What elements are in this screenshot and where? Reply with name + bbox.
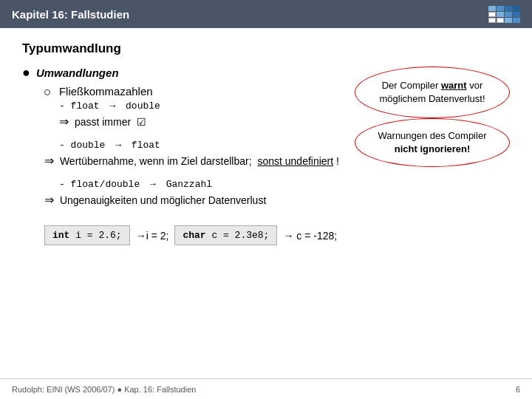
footer: Rudolph: EINI (WS 2006/07) ● Kap. 16: Fa… — [0, 378, 532, 399]
codebox-int: int i = 2.6; — [44, 225, 130, 245]
arrow1: → — [109, 100, 115, 112]
impl-text2a: Wertübernahme, wenn im Ziel darstellbar; — [60, 155, 252, 167]
arrow3: → — [150, 179, 156, 190]
code-float: - float — [59, 100, 100, 112]
arrow2: → — [115, 140, 121, 151]
impl-text3: Ungenauigkeiten und möglicher Datenverlu… — [60, 194, 266, 206]
callout1-text1b: warnt — [441, 80, 467, 91]
impl-ungenauigkeiten: ⇒ Ungenauigkeiten und möglicher Datenver… — [44, 193, 510, 207]
impl-arrow1: ⇒ — [59, 115, 69, 128]
code-float2: float — [132, 140, 160, 151]
impl-arrow2: ⇒ — [44, 154, 54, 167]
impl-text1: passt immer — [75, 116, 131, 128]
code-boxes-row: int i = 2.6; →i = 2; char c = 2.3e8; → c… — [44, 225, 510, 245]
code-double2: - double — [59, 140, 105, 151]
header: Kapitel 16: Fallstudien — [0, 0, 532, 28]
sub-circle-icon — [44, 89, 50, 95]
impl-text2b: sonst undefiniert — [257, 155, 333, 167]
callout2-line1: Warnungen des Compiler — [378, 130, 487, 141]
header-logo — [488, 6, 520, 23]
callout2-line2: nicht ignorieren! — [395, 143, 471, 154]
codebox-arrow2: → c = -128; — [283, 230, 337, 242]
codebox-arrow1: →i = 2; — [136, 230, 169, 242]
callout-compiler-warning: Der Compiler warnt vor möglichem Datenve… — [355, 66, 510, 118]
bullet-dot: ● — [22, 65, 30, 81]
impl-arrow3: ⇒ — [44, 194, 54, 206]
footer-left: Rudolph: EINI (WS 2006/07) ● Kap. 16: Fa… — [12, 385, 196, 394]
impl-text2c: ! — [336, 155, 339, 167]
code-float-ganzzahl: - float/double → Ganzzahl — [59, 179, 510, 190]
code-double: double — [126, 100, 160, 112]
bullet-label: Umwandlungen — [36, 66, 119, 79]
main-content: Typumwandlung ● Umwandlungen Fließkommaz… — [0, 28, 532, 253]
codebox-char: char c = 2.3e8; — [174, 225, 277, 245]
sub-label: Fließkommazahlen — [59, 85, 153, 98]
code-ganzzahl: Ganzzahl — [166, 179, 212, 190]
section-title: Typumwandlung — [22, 41, 510, 56]
code-float3: - float/double — [59, 179, 140, 190]
checkmark: ☑ — [137, 116, 146, 128]
callout-ignore-warning: Warnungen des Compiler nicht ignorieren! — [355, 118, 510, 167]
header-title: Kapitel 16: Fallstudien — [12, 8, 129, 21]
callout1-text1: Der Compiler — [382, 80, 441, 91]
footer-right: 6 — [516, 385, 520, 394]
